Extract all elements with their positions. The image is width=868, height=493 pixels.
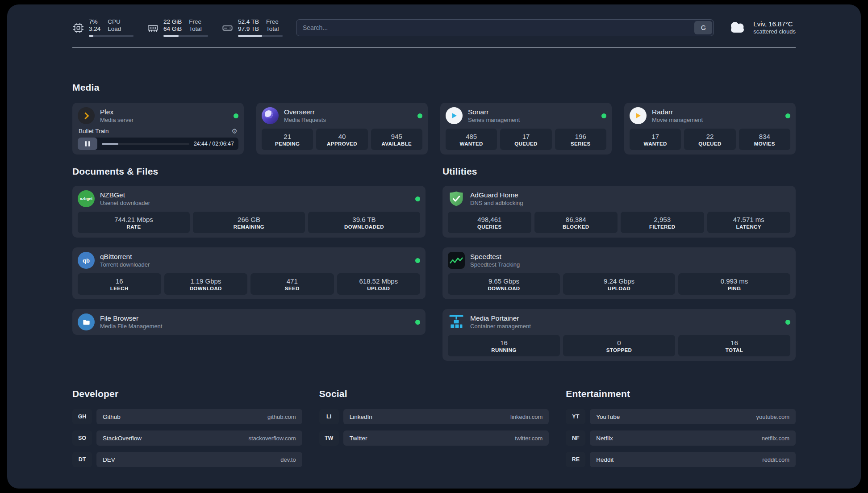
section-title-entertainment: Entertainment — [566, 389, 796, 399]
stat-value: 471 — [287, 277, 298, 285]
stat-tile: 40APPROVED — [316, 129, 367, 150]
app-card-sonarr[interactable]: Sonarr Series management 485WANTED 17QUE… — [440, 103, 612, 155]
stat-value: 0 — [617, 339, 621, 347]
bookmark-netflix[interactable]: NF Netflixnetflix.com — [566, 430, 796, 446]
stat-value: 498,461 — [477, 216, 501, 223]
stat-label: DOWNLOAD — [488, 286, 520, 291]
stat-label: RATE — [126, 224, 141, 230]
app-card-qbittorrent[interactable]: qb qBittorrent Torrent downloader 16LEEC… — [72, 247, 426, 299]
search-provider-button[interactable]: G — [694, 21, 712, 34]
section-title-social: Social — [319, 389, 549, 399]
adguard-icon — [448, 190, 465, 207]
stat-label: REMAINING — [234, 224, 264, 230]
radarr-icon — [630, 107, 647, 124]
app-name: Overseerr — [284, 108, 326, 116]
stat-tile: 17WANTED — [630, 129, 681, 150]
bookmark-url: stackoverflow.com — [248, 435, 296, 442]
cpu-label-top: CPU — [108, 18, 121, 25]
stat-value: 9.24 Gbps — [604, 277, 634, 285]
app-name: Sonarr — [468, 108, 520, 116]
app-card-adguard[interactable]: AdGuard Home DNS and adblocking 498,461Q… — [442, 186, 796, 238]
app-card-plex[interactable]: Plex Media server Bullet Train ⚙ 24:44 /… — [72, 103, 244, 155]
speedtest-icon — [448, 252, 465, 269]
status-dot — [785, 320, 790, 325]
stat-label: UPLOAD — [367, 286, 390, 291]
search-input[interactable] — [296, 19, 714, 36]
pause-button[interactable] — [78, 138, 97, 150]
disk-widget: 52.4 TB 97.9 TB Free Total — [221, 18, 283, 38]
bookmark-name: Github — [103, 414, 121, 420]
stat-tile: 16RUNNING — [448, 335, 560, 356]
bookmark-twitter[interactable]: TW Twittertwitter.com — [319, 430, 549, 446]
search-bar: G — [296, 19, 714, 36]
bookmark-url: reddit.com — [762, 456, 789, 463]
bookmark-url: github.com — [267, 414, 296, 420]
stat-value: 21 — [284, 133, 291, 140]
app-name: Radarr — [652, 108, 703, 116]
stat-value: 744.21 Mbps — [114, 216, 153, 223]
app-card-nzbget[interactable]: nzbget NZBGet Usenet downloader 744.21 M… — [72, 186, 426, 238]
bookmark-dev[interactable]: DT DEVdev.to — [72, 452, 302, 467]
disk-free-value: 52.4 TB — [238, 18, 259, 25]
status-dot — [234, 113, 238, 118]
now-playing-title: Bullet Train — [79, 128, 109, 134]
app-card-radarr[interactable]: Radarr Movie management 17WANTED 22QUEUE… — [624, 103, 796, 155]
app-subtitle: Speedtest Tracking — [470, 261, 520, 268]
app-card-portainer[interactable]: Media Portainer Container management 16R… — [442, 309, 796, 361]
status-dot — [785, 113, 790, 118]
bookmark-group-social: Social LI LinkedInlinkedin.com TW Twitte… — [319, 389, 549, 473]
app-card-speedtest[interactable]: Speedtest Speedtest Tracking 9.65 GbpsDO… — [442, 247, 796, 299]
seek-bar[interactable] — [102, 143, 189, 145]
ram-label-top: Free — [189, 18, 202, 25]
bookmark-linkedin[interactable]: LI LinkedInlinkedin.com — [319, 409, 549, 424]
section-title-media: Media — [72, 82, 796, 93]
bookmark-stackoverflow[interactable]: SO StackOverflowstackoverflow.com — [72, 430, 302, 446]
bookmark-name: Twitter — [350, 435, 367, 442]
disk-label-bottom: Total — [266, 25, 279, 33]
stat-label: FILTERED — [649, 224, 676, 230]
stat-label: WANTED — [644, 141, 667, 146]
app-card-overseerr[interactable]: Overseerr Media Requests 21PENDING 40APP… — [256, 103, 428, 155]
gear-icon[interactable]: ⚙ — [232, 128, 238, 134]
status-dot — [415, 320, 420, 325]
app-subtitle: Usenet downloader — [100, 200, 150, 207]
bookmark-url: linkedin.com — [510, 414, 542, 420]
app-name: qBittorrent — [100, 252, 150, 261]
stat-tile: 0.993 msPING — [678, 273, 790, 295]
stat-value: 2,953 — [654, 216, 671, 223]
top-bar: 7% 3.24 CPU Load — [72, 15, 796, 40]
disk-progress-bar — [238, 35, 283, 37]
stat-value: 945 — [391, 133, 402, 140]
stat-label: APPROVED — [327, 141, 357, 146]
stat-value: 266 GB — [238, 216, 260, 223]
status-dot — [415, 196, 420, 201]
bookmark-abbr: LI — [319, 409, 339, 424]
stat-label: PING — [728, 286, 741, 291]
disk-label-top: Free — [266, 18, 279, 25]
stat-value: 86,384 — [566, 216, 586, 223]
stat-label: STOPPED — [606, 347, 632, 353]
bookmark-youtube[interactable]: YT YouTubeyoutube.com — [566, 409, 796, 424]
stat-label: LEECH — [110, 286, 129, 291]
stat-tile: 1.19 GbpsDOWNLOAD — [164, 273, 248, 295]
now-playing-bar: 24:44 / 02:06:47 — [78, 138, 238, 150]
portainer-icon — [448, 313, 465, 330]
weather-location: Lviv, 16.87°C — [753, 20, 796, 29]
stat-value: 16 — [500, 339, 508, 347]
ram-free-value: 22 GiB — [163, 18, 182, 25]
bookmark-reddit[interactable]: RE Redditreddit.com — [566, 452, 796, 467]
status-dot — [601, 113, 606, 118]
stat-tile: 744.21 MbpsRATE — [78, 212, 190, 233]
stat-tile: 16TOTAL — [678, 335, 790, 356]
app-subtitle: Movie management — [652, 117, 703, 124]
app-card-filebrowser[interactable]: File Browser Media File Management — [72, 309, 426, 335]
app-name: Plex — [100, 108, 134, 116]
bookmark-github[interactable]: GH Githubgithub.com — [72, 409, 302, 424]
stat-tile: 498,461QUERIES — [448, 212, 531, 233]
overseerr-icon — [262, 107, 279, 124]
qbittorrent-icon: qb — [78, 252, 95, 269]
plex-icon — [78, 107, 95, 124]
app-name: NZBGet — [100, 191, 150, 199]
app-subtitle: Media server — [100, 117, 134, 124]
hard-drive-icon — [221, 22, 234, 34]
